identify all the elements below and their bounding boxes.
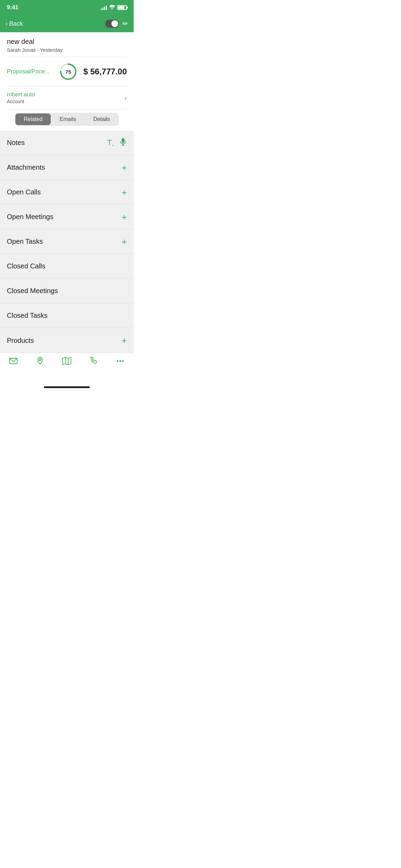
deal-meta: Sarah Jonas · Yesterday <box>7 47 127 53</box>
account-type: Account <box>7 99 35 104</box>
account-name: robert auto <box>7 91 35 98</box>
edit-icon[interactable]: ✏ <box>122 20 128 28</box>
stage-label[interactable]: Proposal/Price... <box>7 68 53 75</box>
back-button[interactable]: ‹ Back <box>5 20 23 27</box>
deal-title: new deal <box>7 38 127 46</box>
add-icon[interactable]: + <box>122 237 127 246</box>
stage-row: Proposal/Price... 75 $ 56,777.00 <box>0 57 134 86</box>
section-row-open-calls[interactable]: Open Calls+ <box>0 180 134 205</box>
bottom-nav <box>0 353 134 381</box>
add-icon[interactable]: + <box>122 163 127 172</box>
account-row[interactable]: robert auto Account › <box>0 86 134 109</box>
status-icons <box>101 5 127 11</box>
tab-emails[interactable]: Emails <box>51 113 84 125</box>
section-label: Closed Tasks <box>7 312 48 320</box>
section-label: Open Meetings <box>7 213 53 221</box>
svg-point-11 <box>117 360 119 362</box>
mic-icon[interactable]: + <box>119 138 127 148</box>
section-label: Attachments <box>7 164 45 171</box>
nav-more[interactable] <box>107 357 134 365</box>
text-note-icon[interactable]: T+ <box>107 138 114 147</box>
add-icon[interactable]: + <box>122 213 127 221</box>
progress-ring: 75 <box>59 62 78 81</box>
svg-marker-8 <box>63 357 71 365</box>
content-area: NotesT+ + Attachments+Open Calls+Open Me… <box>0 131 134 353</box>
svg-point-12 <box>120 360 121 362</box>
section-actions: + <box>122 188 127 197</box>
svg-text:+: + <box>124 139 126 142</box>
section-row-closed-meetings[interactable]: Closed Meetings <box>0 279 134 303</box>
section-row-products[interactable]: Products+ <box>0 328 134 353</box>
section-row-closed-calls[interactable]: Closed Calls <box>0 254 134 279</box>
section-row-open-meetings[interactable]: Open Meetings+ <box>0 205 134 229</box>
tab-details[interactable]: Details <box>85 113 118 125</box>
toggle-switch[interactable] <box>105 20 119 28</box>
section-actions: T+ + <box>107 138 127 148</box>
section-label: Closed Calls <box>7 262 45 270</box>
section-label: Closed Meetings <box>7 287 58 295</box>
deal-header: new deal Sarah Jonas · Yesterday <box>0 32 134 57</box>
nav-map[interactable] <box>53 357 80 365</box>
nav-phone[interactable] <box>80 357 107 365</box>
section-label: Notes <box>7 139 25 147</box>
status-bar: 9:41 <box>0 0 134 15</box>
section-actions: + <box>122 213 127 221</box>
section-actions: + <box>122 237 127 246</box>
tab-related[interactable]: Related <box>15 113 51 125</box>
nav-actions: ✏ <box>105 20 128 28</box>
nav-checkin[interactable] <box>27 357 53 365</box>
home-bar <box>44 386 90 388</box>
wifi-icon <box>109 5 115 11</box>
deal-amount: $ 56,777.00 <box>83 67 127 76</box>
add-icon[interactable]: + <box>122 188 127 197</box>
tabs-container: Related Emails Details <box>0 109 134 131</box>
section-actions: + <box>122 336 127 345</box>
ring-percent: 75 <box>65 69 71 75</box>
home-indicator <box>0 381 134 393</box>
account-info: robert auto Account <box>7 91 35 104</box>
section-row-notes[interactable]: NotesT+ + <box>0 131 134 155</box>
tabs-group: Related Emails Details <box>15 113 119 126</box>
back-label: Back <box>9 20 23 27</box>
back-chevron-icon: ‹ <box>5 20 8 27</box>
section-row-open-tasks[interactable]: Open Tasks+ <box>0 229 134 254</box>
svg-point-13 <box>122 360 124 362</box>
section-row-attachments[interactable]: Attachments+ <box>0 155 134 180</box>
add-icon[interactable]: + <box>122 336 127 345</box>
section-actions: + <box>122 163 127 172</box>
signal-icon <box>101 5 107 10</box>
section-label: Open Calls <box>7 188 41 196</box>
nav-bar: ‹ Back ✏ <box>0 15 134 32</box>
section-label: Products <box>7 337 34 345</box>
battery-icon <box>117 5 127 10</box>
section-label: Open Tasks <box>7 238 43 245</box>
account-chevron-icon: › <box>124 94 127 102</box>
nav-email[interactable] <box>0 357 27 365</box>
section-row-closed-tasks[interactable]: Closed Tasks <box>0 303 134 328</box>
status-time: 9:41 <box>7 4 19 11</box>
